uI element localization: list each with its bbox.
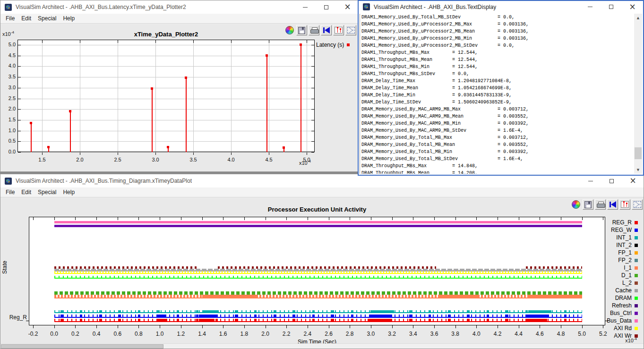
gridline-h	[18, 109, 314, 110]
legend-swatch	[635, 327, 638, 330]
h-scroll-thumb[interactable]	[1, 344, 163, 349]
timing-burst	[202, 310, 219, 313]
minimize-button[interactable]	[579, 1, 601, 13]
gridline-v	[118, 40, 118, 152]
titlebar-text-display[interactable]: VisualSim Architect - .AHB_AXI_Bus.TextD…	[359, 1, 643, 13]
x-tick	[603, 325, 603, 328]
x-tick	[329, 325, 329, 328]
legend-item: DRAM	[615, 295, 638, 301]
data-point	[283, 146, 285, 149]
y-tick-label: 1.5	[3, 117, 16, 122]
x-tick	[193, 40, 194, 43]
x-tick-label: -0.2	[25, 331, 41, 337]
stem	[266, 56, 267, 152]
x-tick-label: 4.5	[262, 157, 276, 162]
x-tick	[96, 325, 97, 328]
legend-label: I_1	[624, 264, 632, 271]
legend-label: FP_2	[618, 257, 632, 264]
stem	[186, 78, 187, 152]
menu-help[interactable]: Help	[60, 188, 78, 196]
v-scrollbar[interactable]: ▲ ▼	[634, 14, 642, 174]
text-line: DRAM1_Memory_Used_By_Total_MB_StDev = 0.…	[361, 14, 634, 21]
plot-marks-icon[interactable]	[619, 199, 630, 210]
close-button[interactable]	[622, 1, 643, 13]
plot-marks-icon[interactable]	[333, 25, 344, 35]
y-tick-label: 1.0	[3, 128, 16, 133]
maximize-button[interactable]	[601, 174, 622, 187]
x-tick	[540, 325, 540, 328]
titlebar-timing[interactable]: VisualSim Architect - .AHB_AXI_Bus.Timin…	[0, 174, 644, 187]
x-tick-label: 4.0	[468, 331, 484, 337]
maximize-button[interactable]	[601, 1, 622, 13]
gridline-h	[18, 77, 314, 77]
timing-burst	[371, 310, 394, 313]
timing-burst	[527, 315, 550, 318]
x-tick	[350, 217, 350, 220]
x-tick	[181, 325, 181, 328]
fill-plot-icon[interactable]	[607, 199, 618, 210]
x-tick-label: 2.5	[111, 157, 125, 162]
x-tick-label: 2.8	[342, 331, 358, 337]
x-tick-label: 0.6	[110, 331, 126, 337]
x-tick	[308, 217, 308, 220]
stem	[152, 89, 153, 152]
legend-label: FP_1	[618, 249, 632, 256]
text-line: DRAM_Delay_Time_Max = 1.2048192771084E-8…	[361, 77, 634, 85]
scroll-up-icon[interactable]: ▲	[634, 14, 642, 22]
zoom-fit-icon[interactable]	[632, 199, 643, 210]
v-scroll-thumb[interactable]	[635, 147, 642, 159]
timing-row-bus_data	[54, 221, 582, 223]
x-tick	[371, 325, 371, 328]
y-tick	[18, 120, 21, 120]
y-tick-label: 3.0	[3, 85, 16, 90]
x-tick-label: 2.4	[300, 331, 316, 337]
text-line: DRAM1_Memory_Used_By_uProcessor2_MB_Min …	[361, 35, 634, 42]
maximize-button[interactable]	[316, 0, 337, 14]
x-tick-label: 5.0	[574, 331, 590, 337]
y-tick-label: 4.5	[3, 52, 16, 58]
timing-h-scrollbar[interactable]	[0, 343, 644, 349]
legend-label: REG_W	[611, 227, 632, 233]
menu-special[interactable]: Special	[34, 188, 60, 196]
menu-help[interactable]: Help	[60, 14, 78, 23]
titlebar-latency-plotter[interactable]: VisualSim Architect - .AHB_AXI_Bus.Laten…	[0, 0, 358, 14]
text-output[interactable]: DRAM1_Memory_Used_By_Total_MB_StDev = 0.…	[360, 14, 634, 174]
legend-swatch	[635, 281, 638, 285]
minimize-button[interactable]	[580, 174, 601, 187]
x-tick-label: 3.8	[447, 331, 464, 337]
close-button[interactable]	[337, 0, 358, 14]
menu-edit[interactable]: Edit	[18, 14, 34, 23]
x-tick-label: 0.8	[130, 331, 146, 337]
legend-item: L_2	[622, 280, 638, 286]
timing-burst	[370, 315, 392, 318]
x-tick-label: 4.4	[511, 331, 527, 337]
timing-row-reg_w	[54, 315, 582, 318]
legend-item: FP_1	[618, 250, 638, 255]
data-point	[266, 54, 268, 57]
window-title: VisualSim Architect - .AHB_AXI_Bus.Timin…	[16, 178, 192, 184]
y-tick	[18, 152, 21, 153]
minimize-button[interactable]	[294, 0, 316, 14]
zoom-fit-icon[interactable]	[345, 25, 356, 35]
timing-plot-area[interactable]: -0.20.00.20.40.60.81.01.21.41.61.82.02.2…	[29, 217, 605, 325]
legend-item: AXI Wr	[614, 333, 638, 339]
menu-special[interactable]: Special	[34, 14, 60, 23]
data-point	[167, 146, 169, 148]
scroll-down-icon[interactable]: ▼	[634, 166, 642, 174]
x-tick	[269, 40, 269, 43]
gridline-h	[18, 56, 314, 56]
x-tick-label: 5.2	[595, 331, 611, 337]
latency-plot-area[interactable]: 1.52.02.53.03.54.04.55.00.00.51.01.52.02…	[17, 40, 315, 152]
x-tick	[371, 217, 371, 220]
close-button[interactable]	[622, 174, 644, 187]
menu-file[interactable]: File	[2, 14, 18, 23]
x-tick	[603, 217, 603, 220]
menu-file[interactable]: File	[2, 188, 18, 196]
legend-label: Cache	[615, 287, 632, 294]
x-tick-label: 1.2	[173, 331, 189, 337]
x-tick	[561, 217, 561, 220]
legend-swatch	[635, 319, 638, 323]
x-tick	[223, 217, 223, 220]
fill-plot-icon[interactable]	[321, 25, 332, 35]
menu-edit[interactable]: Edit	[18, 188, 34, 196]
